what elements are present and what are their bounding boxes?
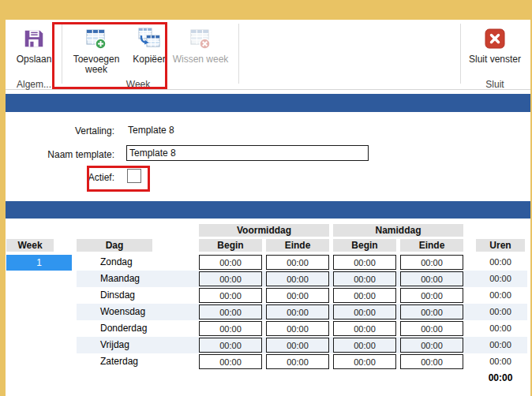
vertaling-value: Template 8 xyxy=(128,125,174,136)
nm-einde-input[interactable] xyxy=(400,354,463,369)
nm-einde-input[interactable] xyxy=(400,321,463,336)
nm-begin-input[interactable] xyxy=(333,304,396,319)
column-header-week: Week xyxy=(6,239,54,252)
column-header-vm-einde: Einde xyxy=(266,239,329,252)
vm-einde-input[interactable] xyxy=(266,338,329,353)
nm-begin-input[interactable] xyxy=(333,321,396,336)
template-name-label: Naam template: xyxy=(32,149,114,160)
day-label: Vrijdag xyxy=(100,337,129,353)
copy-week-button-label: Kopiëer xyxy=(133,54,165,65)
nm-einde-input[interactable] xyxy=(400,271,463,286)
schedule-row: Maandag 00:00 xyxy=(0,271,532,287)
clear-week-button-label: Wissen week xyxy=(173,54,229,65)
uren-value: 00:00 xyxy=(476,353,525,370)
close-window-button[interactable]: Sluit venster xyxy=(463,24,527,65)
add-week-icon xyxy=(84,24,109,53)
uren-value: 00:00 xyxy=(476,287,525,304)
window-title-bar xyxy=(0,0,532,20)
column-header-vm-begin: Begin xyxy=(199,239,262,252)
vm-einde-input[interactable] xyxy=(266,271,329,286)
schedule-row: Zaterdag 00:00 xyxy=(0,353,532,370)
clear-week-icon xyxy=(188,24,213,53)
schedule-row: Dinsdag 00:00 xyxy=(0,287,532,304)
ribbon-group-label-sluit: Sluit xyxy=(463,79,527,90)
vm-begin-input[interactable] xyxy=(199,354,262,369)
save-button[interactable]: Opslaan xyxy=(9,24,58,65)
day-label: Dinsdag xyxy=(100,287,135,304)
blue-band-top xyxy=(6,94,530,112)
schedule-row: Zondag 00:00 xyxy=(0,254,532,271)
nm-begin-input[interactable] xyxy=(333,354,396,369)
vm-einde-input[interactable] xyxy=(266,304,329,319)
nm-einde-input[interactable] xyxy=(400,304,463,319)
ribbon-group-separator xyxy=(460,24,461,84)
vm-begin-input[interactable] xyxy=(199,338,262,353)
add-week-button-label: Toevoegen week xyxy=(68,54,125,75)
nm-einde-input[interactable] xyxy=(400,255,463,270)
ribbon-group-separator xyxy=(62,24,62,84)
group-header-voormiddag: Voormiddag xyxy=(199,224,329,237)
copy-week-icon xyxy=(137,24,162,53)
day-label: Donderdag xyxy=(100,320,147,337)
schedule-row: Vrijdag 00:00 xyxy=(0,337,532,353)
column-header-nm-begin: Begin xyxy=(333,239,396,252)
close-window-icon xyxy=(485,24,505,53)
uren-value: 00:00 xyxy=(476,337,525,353)
uren-value: 00:00 xyxy=(476,320,525,337)
vm-begin-input[interactable] xyxy=(199,304,262,319)
clear-week-button: Wissen week xyxy=(168,24,233,65)
vm-begin-input[interactable] xyxy=(199,321,262,336)
uren-value: 00:00 xyxy=(476,271,525,287)
day-label: Maandag xyxy=(100,271,140,287)
vm-begin-input[interactable] xyxy=(199,255,262,270)
uren-value: 00:00 xyxy=(476,254,525,271)
nm-begin-input[interactable] xyxy=(333,338,396,353)
copy-week-button[interactable]: Kopiëer xyxy=(126,24,172,65)
vm-begin-input[interactable] xyxy=(199,271,262,286)
ribbon-toolbar: Opslaan Toevoegen week xyxy=(6,20,530,90)
nm-begin-input[interactable] xyxy=(333,271,396,286)
save-button-label: Opslaan xyxy=(17,54,52,65)
template-name-input[interactable] xyxy=(126,145,369,161)
column-header-uren: Uren xyxy=(476,239,525,252)
vm-einde-input[interactable] xyxy=(266,255,329,270)
close-window-button-label: Sluit venster xyxy=(469,54,521,65)
nm-begin-input[interactable] xyxy=(333,288,396,303)
actief-checkbox[interactable] xyxy=(127,169,141,183)
nm-einde-input[interactable] xyxy=(400,288,463,303)
blue-band-table xyxy=(6,201,530,219)
uren-value: 00:00 xyxy=(476,304,525,320)
group-header-namiddag: Namiddag xyxy=(333,224,463,237)
vm-einde-input[interactable] xyxy=(266,288,329,303)
vertaling-label: Vertaling: xyxy=(32,125,114,136)
add-week-button[interactable]: Toevoegen week xyxy=(68,24,125,75)
nm-begin-input[interactable] xyxy=(333,255,396,270)
total-uren-value: 00:00 xyxy=(476,372,525,383)
vm-einde-input[interactable] xyxy=(266,321,329,336)
schedule-row: Donderdag 00:00 xyxy=(0,320,532,337)
template-editor-window: Opslaan Toevoegen week xyxy=(0,0,532,396)
ribbon-group-separator xyxy=(238,24,239,84)
vm-einde-input[interactable] xyxy=(266,354,329,369)
schedule-row: Woensdag 00:00 xyxy=(0,304,532,320)
nm-einde-input[interactable] xyxy=(400,338,463,353)
ribbon-group-label-algemeen: Algem... xyxy=(9,79,58,90)
vm-begin-input[interactable] xyxy=(199,288,262,303)
save-icon xyxy=(22,24,46,53)
actief-label: Actief: xyxy=(67,172,114,183)
day-label: Zaterdag xyxy=(100,353,138,370)
column-header-nm-einde: Einde xyxy=(400,239,463,252)
day-label: Zondag xyxy=(100,254,133,271)
column-header-dag: Dag xyxy=(77,239,152,252)
day-label: Woensdag xyxy=(100,304,145,320)
ribbon-group-label-week: Week xyxy=(83,79,193,90)
